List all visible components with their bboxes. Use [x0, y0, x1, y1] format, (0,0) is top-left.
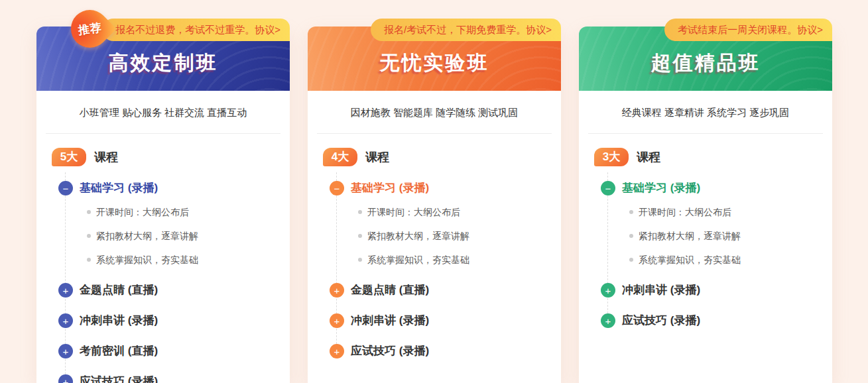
divider	[317, 133, 552, 134]
recommend-badge-label: 推荐	[77, 20, 103, 38]
expand-icon[interactable]: +	[330, 313, 344, 328]
collapse-icon[interactable]: −	[58, 181, 73, 195]
course-detail: 紧扣教材大纲，逐章讲解	[317, 229, 552, 243]
course-item: +考前密训 (直播)	[46, 344, 280, 358]
course-title[interactable]: 冲刺串讲 (录播)	[351, 313, 429, 328]
course-item: +冲刺串讲 (录播)	[588, 283, 823, 298]
expand-icon[interactable]: +	[58, 283, 73, 298]
course-count-row: 3大 课程	[588, 148, 823, 166]
card-subtitle: 小班管理 贴心服务 社群交流 直播互动	[46, 107, 280, 119]
course-card-best-value: 考试结束后一周关闭课程。协议> 超值精品班 经典课程 逐章精讲 系统学习 逐步巩…	[579, 27, 832, 383]
course-count-label: 课程	[94, 149, 118, 165]
course-title[interactable]: 应试技巧 (录播)	[80, 374, 158, 383]
card-subtitle: 因材施教 智能题库 随学随练 测试巩固	[317, 107, 552, 119]
course-list: −基础学习 (录播)开课时间：大纲公布后紧扣教材大纲，逐章讲解系统掌握知识，夯实…	[46, 181, 280, 383]
course-item: +应试技巧 (录播)	[317, 344, 552, 358]
expand-icon[interactable]: +	[330, 344, 344, 358]
divider	[588, 133, 823, 134]
card-title: 无忧实验班	[380, 50, 489, 77]
divider	[46, 133, 280, 134]
course-card-premium-custom: 报名不过退费，考试不过重学。协议> 推荐 高效定制班 小班管理 贴心服务 社群交…	[36, 27, 290, 383]
course-detail: 系统掌握知识，夯实基础	[46, 252, 280, 267]
course-title[interactable]: 应试技巧 (录播)	[351, 344, 429, 358]
guarantee-ribbon: 报名/考试不过，下期免费重学。协议>	[371, 19, 561, 41]
course-detail: 开课时间：大纲公布后	[317, 205, 552, 219]
course-count-label: 课程	[365, 149, 389, 165]
collapse-icon[interactable]: −	[330, 181, 344, 195]
guarantee-text: 报名/考试不过，下期免费重学。	[384, 24, 526, 35]
expand-icon[interactable]: +	[330, 283, 344, 298]
course-detail: 紧扣教材大纲，逐章讲解	[46, 229, 280, 243]
course-item: +应试技巧 (录播)	[588, 313, 823, 328]
card-body: 小班管理 贴心服务 社群交流 直播互动 5大 课程 −基础学习 (录播)开课时间…	[36, 107, 290, 383]
card-body: 因材施教 智能题库 随学随练 测试巩固 4大 课程 −基础学习 (录播)开课时间…	[308, 107, 561, 358]
course-detail: 开课时间：大纲公布后	[588, 205, 823, 219]
guarantee-text: 考试结束后一周关闭课程。	[678, 24, 797, 35]
course-list: −基础学习 (录播)开课时间：大纲公布后紧扣教材大纲，逐章讲解系统掌握知识，夯实…	[588, 181, 823, 328]
course-details: 开课时间：大纲公布后紧扣教材大纲，逐章讲解系统掌握知识，夯实基础	[46, 205, 280, 267]
course-item: −基础学习 (录播)开课时间：大纲公布后紧扣教材大纲，逐章讲解系统掌握知识，夯实…	[317, 181, 552, 267]
course-count-badge: 5大	[52, 148, 86, 166]
guarantee-ribbon: 报名不过退费，考试不过重学。协议>	[102, 19, 290, 41]
course-details: 开课时间：大纲公布后紧扣教材大纲，逐章讲解系统掌握知识，夯实基础	[317, 205, 552, 267]
course-detail: 系统掌握知识，夯实基础	[317, 252, 552, 267]
course-count-badge: 4大	[323, 148, 357, 166]
course-plans-page: 报名不过退费，考试不过重学。协议> 推荐 高效定制班 小班管理 贴心服务 社群交…	[0, 0, 868, 356]
course-count-row: 5大 课程	[46, 148, 280, 166]
course-title[interactable]: 应试技巧 (录播)	[622, 313, 700, 328]
course-card-worry-free-lab: 报名/考试不过，下期免费重学。协议> 无忧实验班 因材施教 智能题库 随学随练 …	[308, 27, 561, 383]
course-title[interactable]: 冲刺串讲 (录播)	[80, 313, 158, 328]
course-item: +冲刺串讲 (录播)	[46, 313, 280, 328]
course-item: +金题点睛 (直播)	[317, 283, 552, 298]
course-item: −基础学习 (录播)开课时间：大纲公布后紧扣教材大纲，逐章讲解系统掌握知识，夯实…	[46, 181, 280, 267]
course-list: −基础学习 (录播)开课时间：大纲公布后紧扣教材大纲，逐章讲解系统掌握知识，夯实…	[317, 181, 552, 358]
card-body: 经典课程 逐章精讲 系统学习 逐步巩固 3大 课程 −基础学习 (录播)开课时间…	[579, 107, 832, 328]
course-item: −基础学习 (录播)开课时间：大纲公布后紧扣教材大纲，逐章讲解系统掌握知识，夯实…	[588, 181, 823, 267]
card-title: 高效定制班	[109, 50, 218, 77]
guarantee-text: 报名不过退费，考试不过重学。	[115, 24, 255, 35]
expand-icon[interactable]: +	[58, 313, 73, 328]
course-title[interactable]: 考前密训 (直播)	[80, 344, 158, 358]
course-detail: 开课时间：大纲公布后	[46, 205, 280, 219]
course-title[interactable]: 金题点睛 (直播)	[351, 283, 429, 298]
course-title[interactable]: 基础学习 (录播)	[622, 181, 700, 195]
course-item: +冲刺串讲 (录播)	[317, 313, 552, 328]
course-count-badge: 3大	[594, 148, 629, 166]
course-count-row: 4大 课程	[317, 148, 552, 166]
agreement-link[interactable]: 协议>	[797, 24, 823, 35]
course-item: +金题点睛 (直播)	[46, 283, 280, 298]
expand-icon[interactable]: +	[601, 283, 615, 298]
course-title[interactable]: 基础学习 (录播)	[351, 181, 429, 195]
card-title: 超值精品班	[651, 50, 761, 77]
card-subtitle: 经典课程 逐章精讲 系统学习 逐步巩固	[588, 107, 823, 119]
expand-icon[interactable]: +	[58, 344, 73, 358]
course-detail: 紧扣教材大纲，逐章讲解	[588, 229, 823, 243]
course-title[interactable]: 金题点睛 (直播)	[80, 283, 158, 298]
course-title[interactable]: 基础学习 (录播)	[80, 181, 158, 195]
agreement-link[interactable]: 协议>	[255, 24, 280, 35]
course-details: 开课时间：大纲公布后紧扣教材大纲，逐章讲解系统掌握知识，夯实基础	[588, 205, 823, 267]
expand-icon[interactable]: +	[58, 374, 73, 383]
course-item: +应试技巧 (录播)	[46, 374, 280, 383]
course-title[interactable]: 冲刺串讲 (录播)	[622, 283, 700, 298]
collapse-icon[interactable]: −	[601, 181, 615, 195]
guarantee-ribbon: 考试结束后一周关闭课程。协议>	[664, 19, 832, 41]
agreement-link[interactable]: 协议>	[526, 24, 552, 35]
expand-icon[interactable]: +	[601, 313, 615, 328]
course-detail: 系统掌握知识，夯实基础	[588, 252, 823, 267]
course-count-label: 课程	[637, 149, 660, 165]
